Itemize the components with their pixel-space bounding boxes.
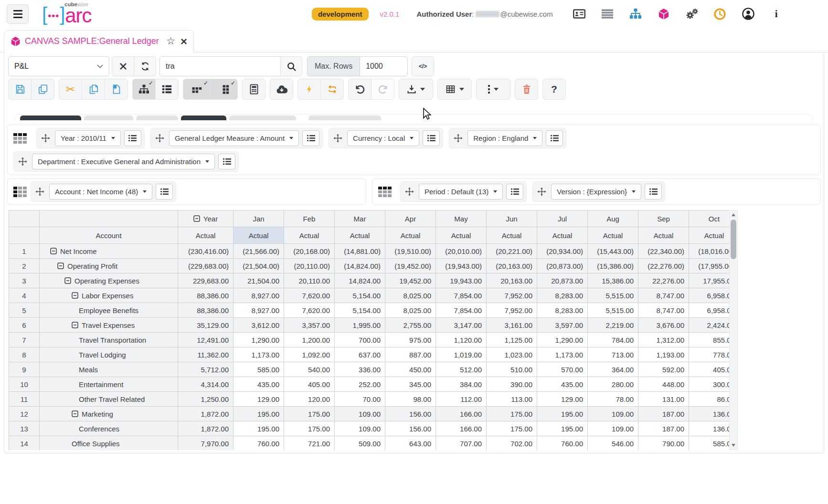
account-cell[interactable]: Meals — [40, 362, 178, 377]
column-header-month[interactable]: Feb — [284, 210, 335, 227]
value-cell[interactable]: 592.00 — [638, 362, 689, 377]
value-cell[interactable]: 20,873.00 — [537, 273, 588, 288]
subset-editor-button[interactable] — [546, 130, 563, 146]
copy-button[interactable] — [82, 79, 105, 100]
value-cell[interactable]: 98.00 — [385, 392, 436, 407]
account-cell[interactable]: Labor Expenses — [40, 288, 178, 303]
value-cell[interactable]: 14,824.00 — [335, 273, 385, 288]
search-button[interactable] — [280, 56, 302, 76]
column-header-month[interactable]: Jul — [537, 210, 588, 227]
flat-list-toggle[interactable] — [155, 79, 179, 100]
calculator-button[interactable] — [242, 79, 265, 100]
measure-header-cell[interactable]: Actual — [588, 227, 638, 244]
value-cell[interactable]: (19,943.00) — [436, 259, 487, 273]
hierarchy-view-toggle[interactable]: ✓ — [132, 79, 156, 100]
measure-header-cell[interactable]: Actual — [234, 227, 284, 244]
value-cell[interactable]: 3,676.00 — [638, 318, 689, 333]
column-header-month[interactable]: Sep — [638, 210, 689, 227]
value-cell[interactable]: 2,755.00 — [385, 318, 436, 333]
subset-editor-button[interactable] — [645, 184, 662, 200]
value-cell[interactable]: 5,515.00 — [588, 303, 638, 318]
value-cell[interactable]: 510.00 — [487, 362, 537, 377]
value-cell[interactable]: 778.00 — [689, 347, 730, 362]
value-cell[interactable]: 6,958.00 — [689, 303, 730, 318]
value-cell[interactable]: 22,276.00 — [638, 273, 689, 288]
value-cell[interactable]: 585.00 — [234, 362, 284, 377]
value-cell[interactable]: 195.00 — [234, 407, 284, 421]
row-number-cell[interactable]: 9 — [9, 362, 40, 377]
value-cell[interactable]: 509.00 — [335, 436, 385, 451]
value-cell[interactable]: 3,597.00 — [537, 318, 588, 333]
view-select[interactable]: P&L — [8, 56, 109, 76]
value-cell[interactable]: 405.00 — [689, 362, 730, 377]
value-cell[interactable]: (21,566.00) — [234, 244, 284, 259]
scroll-down-arrow[interactable] — [732, 444, 735, 447]
value-cell[interactable]: 1,193.00 — [638, 347, 689, 362]
value-cell[interactable]: 700.00 — [335, 333, 385, 347]
value-cell[interactable]: (19,452.00) — [385, 259, 436, 273]
value-cell[interactable]: 131.00 — [638, 392, 689, 407]
value-cell[interactable]: 195.00 — [537, 421, 588, 436]
column-header-month[interactable]: Apr — [385, 210, 436, 227]
value-cell[interactable]: 887.00 — [385, 347, 436, 362]
value-cell[interactable]: 88,386.00 — [178, 303, 234, 318]
value-cell[interactable]: 5,712.00 — [178, 362, 234, 377]
table-options-button[interactable] — [437, 79, 472, 100]
value-cell[interactable]: 187.00 — [638, 407, 689, 421]
horizontal-scrollbar[interactable] — [9, 453, 738, 453]
value-cell[interactable]: 721.00 — [284, 436, 335, 451]
account-cell[interactable]: Travel Lodging — [40, 347, 178, 362]
value-cell[interactable]: 384.00 — [436, 377, 487, 392]
account-cell[interactable]: Travel Transportation — [40, 333, 178, 347]
value-cell[interactable]: 570.00 — [537, 362, 588, 377]
value-cell[interactable]: (14,881.00) — [335, 244, 385, 259]
value-cell[interactable]: 19,452.00 — [385, 273, 436, 288]
value-cell[interactable]: 1,290.00 — [537, 333, 588, 347]
value-cell[interactable]: 435.00 — [234, 377, 284, 392]
value-cell[interactable]: 120.00 — [284, 392, 335, 407]
collapse-icon[interactable] — [72, 410, 78, 417]
value-cell[interactable]: 2,424.00 — [689, 318, 730, 333]
row-number-cell[interactable]: 7 — [9, 333, 40, 347]
search-input[interactable] — [159, 56, 281, 76]
column-header-month[interactable]: Aug — [588, 210, 638, 227]
row-number-cell[interactable]: 2 — [9, 259, 40, 273]
measure-header-cell[interactable]: Actual — [537, 227, 588, 244]
row-number-cell[interactable]: 5 — [9, 303, 40, 318]
subset-editor-button[interactable] — [218, 154, 235, 169]
value-cell[interactable]: 1,173.00 — [234, 347, 284, 362]
column-header-month[interactable]: Mar — [335, 210, 385, 227]
collapse-icon[interactable] — [72, 292, 78, 299]
value-cell[interactable]: 8,025.00 — [385, 303, 436, 318]
value-cell[interactable]: 7,854.00 — [436, 303, 487, 318]
value-cell[interactable]: 300.00 — [689, 377, 730, 392]
view-tab[interactable]: CANVAS SAMPLE:General Ledger ☆ × — [4, 30, 194, 52]
worksheet-tab-stub[interactable] — [229, 116, 296, 120]
value-cell[interactable]: 3,612.00 — [234, 318, 284, 333]
value-cell[interactable]: 35,129.00 — [178, 318, 234, 333]
subset-editor-button[interactable] — [156, 184, 173, 200]
value-cell[interactable]: 790.00 — [638, 436, 689, 451]
value-cell[interactable]: 975.00 — [385, 333, 436, 347]
id-card-icon[interactable] — [573, 8, 585, 20]
measure-header-cell[interactable]: Actual — [385, 227, 436, 244]
dimension-select-button[interactable]: Region : England — [467, 130, 542, 146]
value-cell[interactable]: 19,943.00 — [436, 273, 487, 288]
value-cell[interactable]: 86.00 — [689, 392, 730, 407]
value-cell[interactable]: 7,620.00 — [284, 288, 335, 303]
value-cell[interactable]: 405.00 — [284, 377, 335, 392]
value-cell[interactable]: 5,154.00 — [335, 303, 385, 318]
undo-button[interactable] — [348, 79, 372, 100]
value-cell[interactable]: (15,386.00) — [588, 259, 638, 273]
value-cell[interactable]: 109.00 — [588, 421, 638, 436]
row-layout-toggle[interactable]: ✓ — [210, 79, 238, 100]
subset-editor-button[interactable] — [124, 130, 141, 146]
value-cell[interactable]: (15,443.00) — [588, 244, 638, 259]
clock-icon[interactable] — [714, 8, 726, 20]
value-cell[interactable]: 6,958.00 — [689, 288, 730, 303]
row-number-cell[interactable]: 3 — [9, 273, 40, 288]
value-cell[interactable]: (20,934.00) — [537, 244, 588, 259]
value-cell[interactable]: 175.00 — [487, 407, 537, 421]
value-cell[interactable]: 4,314.00 — [178, 377, 234, 392]
value-cell[interactable]: 1,019.00 — [436, 347, 487, 362]
